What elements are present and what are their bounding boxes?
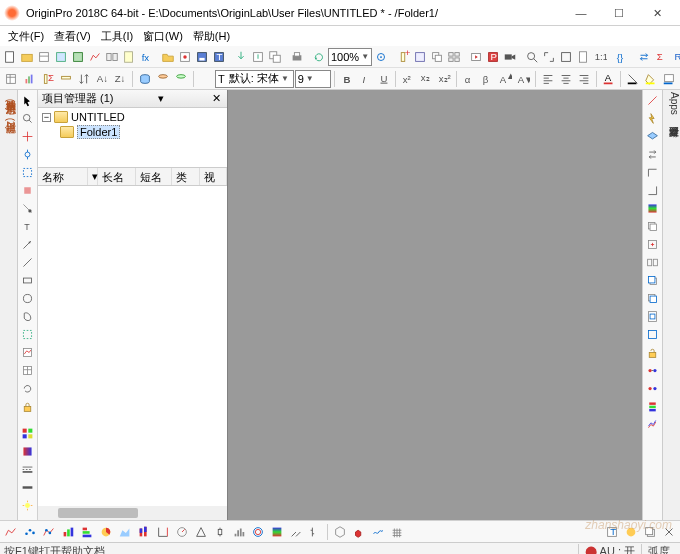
fit-layer-icon[interactable] <box>644 326 661 343</box>
add-column-icon[interactable]: + <box>395 48 411 66</box>
fill-color-icon[interactable] <box>642 70 659 88</box>
line-style-icon[interactable] <box>19 461 36 478</box>
new-worksheet-icon[interactable] <box>36 48 52 66</box>
histogram-icon[interactable] <box>230 523 248 541</box>
pin-icon[interactable]: ▾ <box>154 92 168 106</box>
open-template-icon[interactable] <box>177 48 193 66</box>
import-multi-icon[interactable] <box>267 48 283 66</box>
exchange-xy-icon[interactable] <box>644 146 661 163</box>
col-longname[interactable]: 长名称 <box>98 168 136 185</box>
3d-surface-icon[interactable] <box>369 523 387 541</box>
refresh-icon[interactable] <box>412 48 428 66</box>
layer-icon[interactable] <box>644 128 661 145</box>
menu-tools[interactable]: 工具(I) <box>97 28 137 45</box>
math-tool-icon[interactable]: Σ <box>653 48 669 66</box>
ternary-icon[interactable] <box>192 523 210 541</box>
italic-icon[interactable]: I <box>357 70 374 88</box>
reader-icon[interactable] <box>19 128 36 145</box>
line-symbol-icon[interactable] <box>40 523 58 541</box>
sort-icon[interactable] <box>75 70 92 88</box>
box-plot-icon[interactable] <box>211 523 229 541</box>
line-tool-icon[interactable] <box>19 254 36 271</box>
align-left-icon[interactable] <box>539 70 556 88</box>
lock-icon[interactable] <box>19 398 36 415</box>
underline-icon[interactable]: U <box>375 70 392 88</box>
3d-wire-icon[interactable] <box>388 523 406 541</box>
extract-layer-icon[interactable] <box>644 236 661 253</box>
greek-beta-icon[interactable]: β <box>478 70 495 88</box>
double-y-icon[interactable] <box>154 523 172 541</box>
bold-icon[interactable]: B <box>338 70 355 88</box>
row-stats-icon[interactable] <box>57 70 74 88</box>
palette-icon[interactable] <box>19 425 36 442</box>
line-color-icon[interactable] <box>624 70 641 88</box>
recalculate-icon[interactable] <box>311 48 327 66</box>
new-excel-icon[interactable] <box>70 48 86 66</box>
col-sort[interactable]: ▾ <box>88 168 98 185</box>
folder-tree[interactable]: − UNTITLED Folder1 <box>38 108 227 168</box>
zoom-in-icon[interactable] <box>524 48 540 66</box>
image-plot-icon[interactable] <box>268 523 286 541</box>
code-builder-icon[interactable]: {} <box>614 48 630 66</box>
3d-scatter-icon[interactable] <box>331 523 349 541</box>
mask-icon[interactable] <box>19 182 36 199</box>
status-au[interactable]: ⬤ AU : 开 <box>578 544 641 554</box>
font-increase-icon[interactable]: A▲ <box>497 70 514 88</box>
save-icon[interactable] <box>194 48 210 66</box>
db-reimport-icon[interactable] <box>173 70 190 88</box>
font-family-combo[interactable]: T默认: 宋体▼ <box>215 70 294 88</box>
send-ppt-icon[interactable]: P <box>485 48 501 66</box>
text-tool-icon[interactable]: T <box>19 218 36 235</box>
r-console-icon[interactable]: R <box>670 48 680 66</box>
print-icon[interactable] <box>289 48 305 66</box>
anti-alias-icon[interactable] <box>644 92 661 109</box>
minimize-button[interactable]: — <box>562 2 600 24</box>
area-plot-icon[interactable] <box>116 523 134 541</box>
rect-tool-icon[interactable] <box>19 272 36 289</box>
video-icon[interactable] <box>502 48 518 66</box>
close-button[interactable]: ✕ <box>638 2 676 24</box>
font-color-icon[interactable]: A <box>600 70 617 88</box>
tab-object-manager[interactable]: 对象管理器 <box>663 117 680 121</box>
scroll-thumb[interactable] <box>58 508 138 518</box>
worksheet-data-icon[interactable] <box>2 70 19 88</box>
import-wizard-icon[interactable] <box>233 48 249 66</box>
organize-icon[interactable] <box>446 48 462 66</box>
tab-apps[interactable]: Apps <box>663 90 680 117</box>
menu-help[interactable]: 帮助(H) <box>189 28 234 45</box>
tree-child[interactable]: Folder1 <box>40 124 225 140</box>
stock-plot-icon[interactable] <box>306 523 324 541</box>
tab-results-log[interactable]: 提示日志 (2) <box>0 113 17 132</box>
system-theme-icon[interactable] <box>622 523 640 541</box>
zoom-tool-icon[interactable] <box>19 110 36 127</box>
new-function-icon[interactable]: fx <box>138 48 154 66</box>
font-size-combo[interactable]: 9▼ <box>295 70 332 88</box>
data-selector-icon[interactable] <box>19 164 36 181</box>
fit-page-icon[interactable] <box>644 308 661 325</box>
rescale-icon[interactable] <box>541 48 557 66</box>
stats-icon[interactable] <box>20 70 37 88</box>
column-stats-icon[interactable]: Σ <box>39 70 56 88</box>
unlock-icon[interactable] <box>644 344 661 361</box>
align-right-icon[interactable] <box>576 70 593 88</box>
merge-icon[interactable] <box>644 254 661 271</box>
list-body[interactable] <box>38 186 227 506</box>
vector-plot-icon[interactable] <box>287 523 305 541</box>
pie-plot-icon[interactable] <box>97 523 115 541</box>
stack-plot-icon[interactable] <box>135 523 153 541</box>
menu-file[interactable]: 文件(F) <box>4 28 48 45</box>
back-icon[interactable] <box>644 290 661 307</box>
3d-bars-icon[interactable] <box>350 523 368 541</box>
new-layout-icon[interactable] <box>104 48 120 66</box>
col-view[interactable]: 视图 <box>200 168 227 185</box>
tab-message-log[interactable]: 消息日志 (4) <box>0 94 17 113</box>
contour-icon[interactable] <box>249 523 267 541</box>
arrow-tool-icon[interactable] <box>19 236 36 253</box>
group-icon[interactable] <box>644 362 661 379</box>
col-type[interactable]: 类型 <box>172 168 200 185</box>
bar-plot-icon[interactable] <box>78 523 96 541</box>
add-right-y-icon[interactable] <box>644 182 661 199</box>
transfer-icon[interactable] <box>636 48 652 66</box>
data-reader-icon[interactable] <box>19 146 36 163</box>
descending-icon[interactable]: Z↓ <box>112 70 129 88</box>
